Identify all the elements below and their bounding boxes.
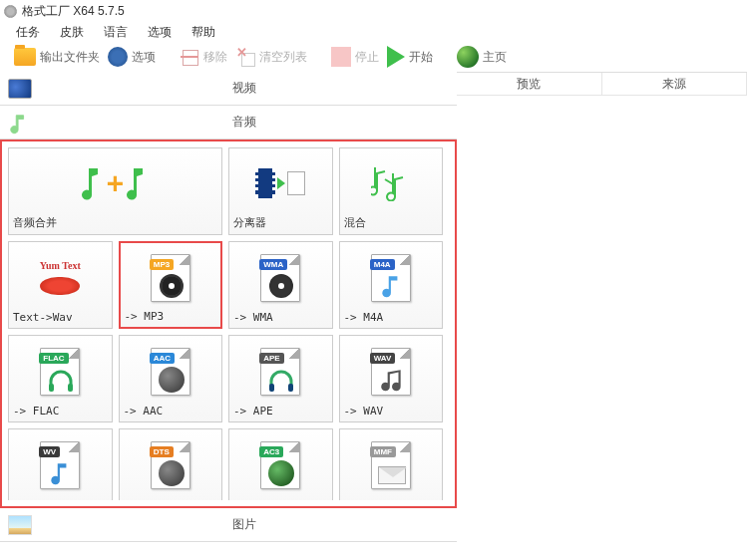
tile-label: -> WAV <box>344 405 439 418</box>
flac-file-icon: FLAC <box>40 348 80 396</box>
stop-label: 停止 <box>355 49 379 66</box>
tile-label: -> M4A <box>344 311 439 324</box>
remove-label: 移除 <box>203 49 227 66</box>
tile-label: -> AAC <box>124 405 218 418</box>
section-image-label: 图片 <box>40 516 449 533</box>
right-panel: 预览 来源 <box>457 72 747 542</box>
tile-label: -> FLAC <box>13 405 108 418</box>
homepage-button[interactable]: 主页 <box>457 46 507 68</box>
wma-file-icon: WMA <box>260 254 300 302</box>
tile-to-mp3[interactable]: MP3 -> MP3 <box>119 241 223 329</box>
tile-label: -> AC3 <box>233 498 328 500</box>
homepage-label: 主页 <box>483 49 507 66</box>
tile-text-to-wav[interactable]: Yum Text Text->Wav <box>8 241 113 329</box>
col-source[interactable]: 来源 <box>602 73 748 95</box>
tile-audio-merge[interactable]: + 音频合并 <box>8 147 222 235</box>
yum-text: Yum Text <box>40 260 81 271</box>
options-button[interactable]: 选项 <box>108 47 156 67</box>
play-icon <box>387 46 405 68</box>
menu-bar: 任务 皮肤 语言 选项 帮助 <box>0 22 747 42</box>
globe-icon <box>457 46 479 68</box>
section-video-label: 视频 <box>40 80 449 97</box>
tile-label: -> DTS <box>124 498 218 500</box>
dts-file-icon: DTS <box>151 441 190 489</box>
output-folder-button[interactable]: 输出文件夹 <box>14 48 100 66</box>
ape-file-icon: APE <box>260 348 300 396</box>
section-audio-label: 音频 <box>40 114 449 131</box>
stop-button[interactable]: 停止 <box>331 47 379 67</box>
start-label: 开始 <box>409 49 433 66</box>
tile-mix[interactable]: 混合 <box>339 147 444 235</box>
tile-label: 混合 <box>344 215 439 230</box>
image-icon <box>8 515 32 535</box>
section-image-tab[interactable]: 图片 <box>0 508 457 542</box>
wav-file-icon: WAV <box>371 348 411 396</box>
clear-list-button[interactable]: 清空列表 <box>235 47 307 67</box>
mp3-file-icon: MP3 <box>151 254 190 302</box>
svg-rect-2 <box>269 384 274 392</box>
clear-icon <box>235 47 255 67</box>
toolbar: 输出文件夹 选项 移除 清空列表 停止 开始 主页 <box>0 42 747 72</box>
tile-to-wv[interactable]: WV -> WV <box>8 428 113 500</box>
menu-tasks[interactable]: 任务 <box>16 24 40 41</box>
clear-list-label: 清空列表 <box>259 49 307 66</box>
tile-to-ac3[interactable]: AC3 -> AC3 <box>228 428 333 500</box>
ac3-file-icon: AC3 <box>260 441 300 489</box>
audio-format-grid[interactable]: + 音频合并 分离器 <box>8 147 449 500</box>
remove-icon <box>180 47 199 67</box>
app-title: 格式工厂 X64 5.7.5 <box>22 3 125 20</box>
menu-help[interactable]: 帮助 <box>191 24 215 41</box>
aac-file-icon: AAC <box>151 348 190 396</box>
tile-to-aac[interactable]: AAC -> AAC <box>119 335 223 422</box>
title-bar: 格式工厂 X64 5.7.5 <box>0 0 747 22</box>
svg-rect-0 <box>49 384 54 392</box>
audio-grid-area: + 音频合并 分离器 <box>0 140 457 508</box>
tile-label: -> MMF <box>344 498 439 500</box>
remove-button[interactable]: 移除 <box>180 47 227 67</box>
menu-language[interactable]: 语言 <box>104 24 128 41</box>
tile-to-wav[interactable]: WAV -> WAV <box>339 335 444 422</box>
tile-label: -> MP3 <box>125 310 217 323</box>
lips-icon <box>40 277 80 295</box>
tile-label: -> WV <box>13 498 108 500</box>
folder-icon <box>14 48 36 66</box>
tile-to-m4a[interactable]: M4A -> M4A <box>339 241 444 329</box>
svg-rect-3 <box>288 384 293 392</box>
section-video-tab[interactable]: 视频 <box>0 72 457 106</box>
output-folder-label: 输出文件夹 <box>40 49 100 66</box>
start-button[interactable]: 开始 <box>387 46 433 68</box>
tile-to-mmf[interactable]: MMF -> MMF <box>339 428 444 500</box>
tile-label: 音频合并 <box>13 215 217 230</box>
stop-icon <box>331 47 351 67</box>
mmf-file-icon: MMF <box>371 441 411 489</box>
options-label: 选项 <box>132 49 156 66</box>
gear-icon <box>108 47 128 67</box>
menu-options[interactable]: 选项 <box>148 24 172 41</box>
tile-label: -> APE <box>233 405 328 418</box>
splitter-icon <box>255 168 305 198</box>
tile-to-wma[interactable]: WMA -> WMA <box>228 241 333 329</box>
menu-skin[interactable]: 皮肤 <box>60 24 84 41</box>
left-panel: 视频 音频 + 音频合并 <box>0 72 457 542</box>
audio-icon <box>8 113 32 133</box>
tile-to-dts[interactable]: DTS -> DTS <box>119 428 223 500</box>
m4a-file-icon: M4A <box>371 254 411 302</box>
tile-to-flac[interactable]: FLAC -> FLAC <box>8 335 113 422</box>
wv-file-icon: WV <box>40 441 80 489</box>
tile-to-ape[interactable]: APE -> APE <box>228 335 333 422</box>
tile-label: 分离器 <box>233 215 328 230</box>
tile-label: Text->Wav <box>13 311 108 324</box>
video-icon <box>8 79 32 99</box>
merge-icon: + <box>81 166 150 200</box>
col-preview[interactable]: 预览 <box>457 73 602 95</box>
mix-icon <box>371 165 411 201</box>
tile-splitter[interactable]: 分离器 <box>228 147 333 235</box>
tile-label: -> WMA <box>233 311 328 324</box>
task-list-headers: 预览 来源 <box>457 72 747 96</box>
svg-rect-1 <box>68 384 73 392</box>
section-audio-tab[interactable]: 音频 <box>0 106 457 140</box>
app-logo-icon <box>4 5 17 18</box>
